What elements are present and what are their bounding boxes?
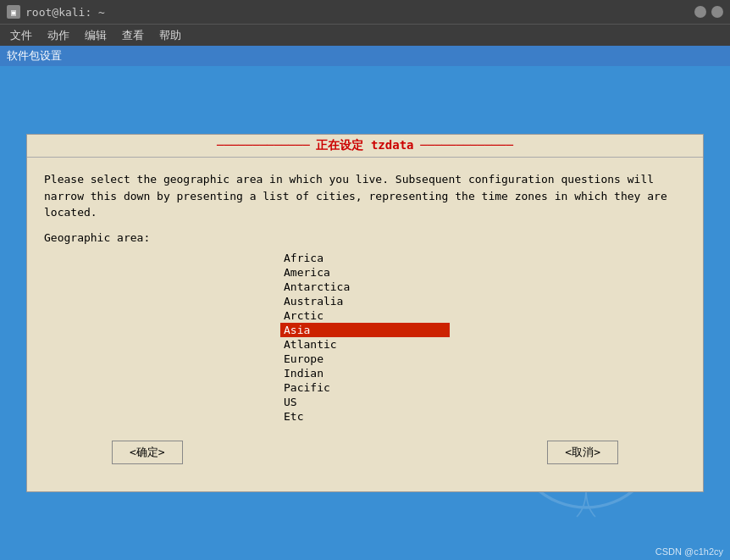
watermark: CSDN @c1h2cy xyxy=(655,546,723,557)
dialog-content: Please select the geographic area in whi… xyxy=(27,158,703,491)
maximize-button[interactable] xyxy=(711,6,723,18)
list-item-antarctica[interactable]: Antarctica xyxy=(280,280,450,294)
dialog-title: 正在设定 tzdata xyxy=(316,138,413,152)
menu-view[interactable]: 查看 xyxy=(115,26,151,45)
menu-action[interactable]: 动作 xyxy=(41,26,76,45)
minimize-button[interactable] xyxy=(694,6,706,18)
title-bar-left: ▣ root@kali: ~ xyxy=(7,5,105,19)
ok-button[interactable]: <确定> xyxy=(112,441,183,464)
breadcrumb-bar: 软件包设置 xyxy=(0,46,730,66)
area-listbox[interactable]: Africa America Antarctica Australia Arct… xyxy=(280,251,450,424)
list-item-australia[interactable]: Australia xyxy=(280,294,450,308)
list-item-asia[interactable]: Asia xyxy=(280,323,450,337)
cancel-button[interactable]: <取消> xyxy=(547,441,618,464)
breadcrumb: 软件包设置 xyxy=(7,48,62,64)
list-item-etc[interactable]: Etc xyxy=(280,409,450,424)
list-item-africa[interactable]: Africa xyxy=(280,251,450,265)
list-item-pacific[interactable]: Pacific xyxy=(280,380,450,395)
menu-file[interactable]: 文件 xyxy=(3,26,39,45)
menu-bar: 文件 动作 编辑 查看 帮助 xyxy=(0,24,730,46)
dialog-description: Please select the geographic area in whi… xyxy=(44,171,686,221)
terminal-icon: ▣ xyxy=(7,5,20,19)
dialog-title-bar: ───────────── 正在设定 tzdata ───────────── xyxy=(27,135,703,158)
dialog-buttons: <确定> <取消> xyxy=(44,434,686,478)
window-controls xyxy=(694,6,723,18)
window-title: root@kali: ~ xyxy=(25,6,105,19)
menu-help[interactable]: 帮助 xyxy=(152,26,188,45)
title-bar: ▣ root@kali: ~ xyxy=(0,0,730,24)
menu-edit[interactable]: 编辑 xyxy=(78,26,113,45)
list-item-atlantic[interactable]: Atlantic xyxy=(280,337,450,352)
list-item-arctic[interactable]: Arctic xyxy=(280,308,450,323)
list-item-indian[interactable]: Indian xyxy=(280,366,450,380)
geographic-area-label: Geographic area: xyxy=(44,231,686,244)
listbox-container: Africa America Antarctica Australia Arct… xyxy=(44,251,686,424)
list-item-europe[interactable]: Europe xyxy=(280,352,450,366)
list-item-america[interactable]: America xyxy=(280,265,450,280)
main-area: ───────────── 正在设定 tzdata ───────────── … xyxy=(0,66,730,560)
tzdata-dialog: ───────────── 正在设定 tzdata ───────────── … xyxy=(26,134,704,492)
list-item-us[interactable]: US xyxy=(280,395,450,409)
